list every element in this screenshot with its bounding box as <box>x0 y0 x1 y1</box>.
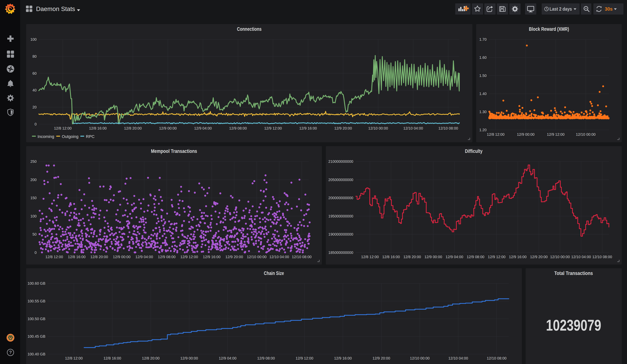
svg-text:12/8 12:00: 12/8 12:00 <box>65 356 83 360</box>
svg-text:Block Reward (XMR): Block Reward (XMR) <box>529 26 569 32</box>
svg-text:12/9 12:00: 12/9 12:00 <box>296 356 313 360</box>
svg-text:0: 0 <box>35 122 37 126</box>
svg-text:100.55 GB: 100.55 GB <box>27 299 45 303</box>
svg-text:80: 80 <box>33 54 37 58</box>
svg-text:12/10 04:00: 12/10 04:00 <box>403 126 423 130</box>
svg-text:1.20: 1.20 <box>479 128 487 132</box>
svg-text:Last 2 days: Last 2 days <box>550 6 572 12</box>
svg-text:100.45 GB: 100.45 GB <box>27 334 45 338</box>
svg-text:185000000000: 185000000000 <box>328 251 353 255</box>
svg-text:12/10 08:00: 12/10 08:00 <box>292 255 312 259</box>
svg-text:190000000000: 190000000000 <box>328 232 353 236</box>
svg-text:1.30: 1.30 <box>479 110 487 114</box>
svg-text:12/9 04:00: 12/9 04:00 <box>194 126 212 130</box>
svg-text:100.50 GB: 100.50 GB <box>27 317 45 321</box>
svg-text:12/9 04:00: 12/9 04:00 <box>446 255 463 259</box>
svg-text:?: ? <box>9 350 12 355</box>
svg-text:12/10 00:00: 12/10 00:00 <box>410 356 430 360</box>
svg-text:30s: 30s <box>605 6 613 12</box>
svg-text:60: 60 <box>33 71 37 75</box>
svg-text:12/9 00:00: 12/9 00:00 <box>159 126 177 130</box>
svg-text:12/9 20:00: 12/9 20:00 <box>530 255 548 259</box>
svg-text:12/8 12:00: 12/8 12:00 <box>54 126 72 130</box>
svg-text:12/10 00:00: 12/10 00:00 <box>368 126 388 130</box>
svg-text:12/9 20:00: 12/9 20:00 <box>334 126 352 130</box>
svg-text:1.50: 1.50 <box>479 74 487 78</box>
svg-text:12/10 04:00: 12/10 04:00 <box>269 255 289 259</box>
svg-text:12/10 08:00: 12/10 08:00 <box>487 356 507 360</box>
svg-text:50: 50 <box>33 232 37 236</box>
svg-text:195000000000: 195000000000 <box>328 214 353 218</box>
svg-text:100.40 GB: 100.40 GB <box>27 352 45 356</box>
svg-text:12/8 20:00: 12/8 20:00 <box>90 255 108 259</box>
svg-text:12/9 08:00: 12/9 08:00 <box>229 126 247 130</box>
svg-text:12/8 20:00: 12/8 20:00 <box>142 356 160 360</box>
svg-text:12/9 00:00: 12/9 00:00 <box>180 356 198 360</box>
svg-text:12/9 20:00: 12/9 20:00 <box>372 356 390 360</box>
svg-text:Incoming: Incoming <box>38 134 54 139</box>
svg-text:12/9 20:00: 12/9 20:00 <box>225 255 243 259</box>
svg-text:12/9 00:00: 12/9 00:00 <box>113 255 131 259</box>
svg-text:100: 100 <box>30 37 37 42</box>
svg-text:200000000000: 200000000000 <box>328 196 353 200</box>
svg-text:12/9 00:00: 12/9 00:00 <box>424 255 442 259</box>
svg-text:1.60: 1.60 <box>479 55 487 59</box>
svg-text:12/9 16:00: 12/9 16:00 <box>334 356 352 360</box>
svg-text:12/9 08:00: 12/9 08:00 <box>467 255 484 259</box>
svg-text:1.70: 1.70 <box>479 37 487 42</box>
svg-text:12/10 04:00: 12/10 04:00 <box>571 255 591 259</box>
svg-text:Total Transactions: Total Transactions <box>554 270 593 276</box>
svg-text:205000000000: 205000000000 <box>328 178 353 182</box>
svg-text:12/10 08:00: 12/10 08:00 <box>438 126 458 130</box>
svg-text:40: 40 <box>33 88 37 92</box>
svg-text:Difficulty: Difficulty <box>465 148 482 154</box>
svg-text:12/9 12:00: 12/9 12:00 <box>180 255 198 259</box>
svg-text:12/9 00:00: 12/9 00:00 <box>517 132 535 136</box>
svg-text:12/8 12:00: 12/8 12:00 <box>45 255 63 259</box>
svg-text:12/9 12:00: 12/9 12:00 <box>547 132 565 136</box>
svg-text:12/10 04:00: 12/10 04:00 <box>448 356 468 360</box>
svg-text:12/10 00:00: 12/10 00:00 <box>550 255 570 259</box>
svg-text:12/8 16:00: 12/8 16:00 <box>89 126 107 130</box>
svg-text:20: 20 <box>33 105 37 109</box>
svg-text:RPC: RPC <box>86 134 95 139</box>
svg-text:12/8 12:00: 12/8 12:00 <box>361 255 379 259</box>
svg-text:210000000000: 210000000000 <box>328 159 353 163</box>
svg-text:12/8 16:00: 12/8 16:00 <box>104 356 121 360</box>
svg-text:Mempool Transactions: Mempool Transactions <box>151 148 197 154</box>
svg-text:Outgoing: Outgoing <box>62 134 78 139</box>
svg-text:12/8 16:00: 12/8 16:00 <box>68 255 86 259</box>
svg-text:1.40: 1.40 <box>479 92 487 96</box>
svg-text:12/9 16:00: 12/9 16:00 <box>509 255 527 259</box>
svg-text:12/9 04:00: 12/9 04:00 <box>135 255 153 259</box>
svg-text:100: 100 <box>30 214 37 218</box>
svg-text:12/10 00:00: 12/10 00:00 <box>247 255 267 259</box>
svg-text:12/8 12:00: 12/8 12:00 <box>487 132 505 136</box>
svg-text:12/9 12:00: 12/9 12:00 <box>264 126 282 130</box>
svg-text:12/9 16:00: 12/9 16:00 <box>299 126 317 130</box>
svg-text:12/9 12:00: 12/9 12:00 <box>488 255 506 259</box>
svg-text:12/10 08:00: 12/10 08:00 <box>592 255 612 259</box>
svg-text:12/9 08:00: 12/9 08:00 <box>158 255 176 259</box>
svg-text:12/9 16:00: 12/9 16:00 <box>203 255 221 259</box>
svg-text:12/8 20:00: 12/8 20:00 <box>124 126 142 130</box>
svg-text:0: 0 <box>35 251 37 255</box>
svg-text:12/10 00:00: 12/10 00:00 <box>576 132 596 136</box>
svg-text:150: 150 <box>30 196 37 200</box>
svg-text:12/9 08:00: 12/9 08:00 <box>257 356 275 360</box>
svg-text:Chain Size: Chain Size <box>264 270 284 276</box>
svg-text:10239079: 10239079 <box>546 316 601 334</box>
svg-text:100.60 GB: 100.60 GB <box>27 281 45 285</box>
svg-text:Connections: Connections <box>237 26 261 32</box>
svg-text:12/8 16:00: 12/8 16:00 <box>382 255 400 259</box>
svg-text:250: 250 <box>30 159 37 163</box>
svg-text:12/9 04:00: 12/9 04:00 <box>219 356 237 360</box>
svg-text:200: 200 <box>30 178 37 182</box>
svg-text:12/8 20:00: 12/8 20:00 <box>403 255 421 259</box>
